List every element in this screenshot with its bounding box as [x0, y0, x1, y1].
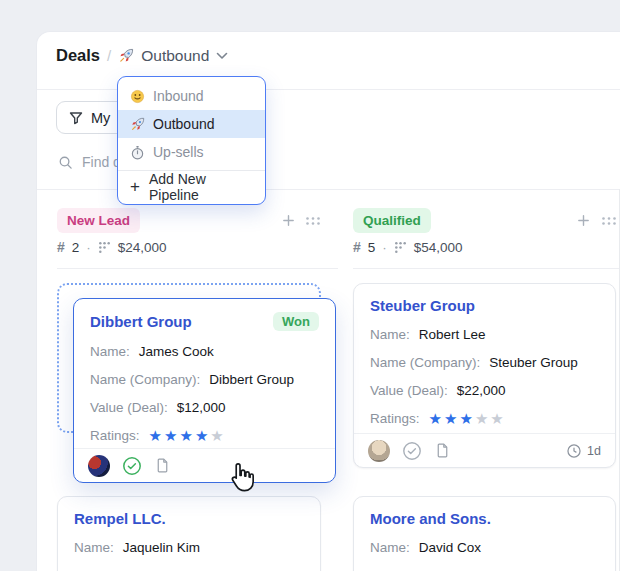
star-filled-icon: ★	[459, 411, 472, 426]
hash-icon: #	[353, 239, 361, 255]
task-check-icon[interactable]	[122, 456, 142, 476]
chevron-down-icon	[216, 52, 228, 60]
column-badge-qualified: Qualified	[353, 208, 431, 233]
field-value: David Cox	[419, 540, 481, 555]
deal-card-dibbert-group[interactable]: Dibbert Group Won Name:James Cook Name (…	[73, 298, 336, 483]
field-value: Jaquelin Kim	[123, 540, 200, 555]
column-amount: $54,000	[414, 240, 463, 255]
field-label: Name:	[74, 540, 114, 555]
field-label: Name:	[370, 327, 410, 342]
pipeline-name: Outbound	[141, 47, 209, 65]
add-new-pipeline-label: Add New Pipeline	[149, 171, 253, 203]
avatar	[368, 440, 390, 462]
field-value: James Cook	[139, 344, 214, 359]
dropdown-item-label: Up-sells	[153, 144, 204, 160]
last-activity: 1d	[566, 443, 601, 459]
field-value: Robert Lee	[419, 327, 486, 342]
add-new-pipeline-button[interactable]: + Add New Pipeline	[118, 171, 265, 202]
star-filled-icon: ★	[444, 411, 457, 426]
field-label: Name (Company):	[370, 355, 480, 370]
star-empty-icon: ★	[210, 428, 223, 443]
card-footer	[74, 448, 335, 482]
breadcrumb: Deals / Outbound	[56, 46, 228, 65]
value-sum-icon	[98, 241, 111, 254]
field-value: $12,000	[177, 400, 226, 415]
column-stats: # 2 · $24,000	[57, 239, 167, 255]
dot-separator: ·	[86, 240, 91, 255]
field-label: Name:	[90, 344, 130, 359]
search-placeholder: Find d	[82, 154, 121, 170]
dot-separator: ·	[382, 240, 387, 255]
star-empty-icon: ★	[475, 411, 488, 426]
my-filter-label: My	[91, 110, 110, 126]
field-value: $22,000	[457, 383, 506, 398]
star-filled-icon: ★	[429, 411, 442, 426]
field-label: Name:	[370, 540, 410, 555]
page-title: Deals	[56, 46, 100, 65]
pipeline-dropdown: Inbound Outbound Up-sells + Add New Pipe…	[117, 76, 266, 205]
column-menu-icon[interactable]	[305, 216, 321, 226]
dropdown-item-outbound[interactable]: Outbound	[118, 110, 265, 138]
field-value: Steuber Group	[489, 355, 578, 370]
plus-icon: +	[130, 178, 140, 195]
smiley-icon	[130, 89, 145, 104]
column-divider	[57, 268, 338, 269]
pipeline-selector[interactable]: Outbound	[118, 47, 228, 65]
note-document-icon[interactable]	[434, 441, 451, 460]
deal-card-rempel-llc[interactable]: Rempel LLC. Name:Jaquelin Kim Name (Comp…	[57, 496, 321, 571]
card-count: 5	[368, 240, 376, 255]
field-label: Name (Company):	[90, 372, 200, 387]
dropdown-item-label: Outbound	[153, 116, 215, 132]
deal-card-moore-and-sons[interactable]: Moore and Sons. Name:David Cox Name (Com…	[353, 496, 616, 571]
field-value: Dibbert Group	[209, 372, 294, 387]
value-sum-icon	[394, 241, 407, 254]
field-label: Ratings:	[90, 428, 140, 443]
rating-stars[interactable]: ★★★★★	[149, 428, 224, 443]
deal-title-link[interactable]: Rempel LLC.	[74, 510, 166, 527]
deal-title-link[interactable]: Dibbert Group	[90, 313, 192, 330]
column-divider	[353, 268, 619, 269]
deal-title-link[interactable]: Moore and Sons.	[370, 510, 491, 527]
field-label: Ratings:	[370, 411, 420, 426]
stopwatch-icon	[130, 145, 145, 160]
filter-funnel-icon	[69, 111, 83, 125]
star-empty-icon: ★	[490, 411, 503, 426]
field-label: Value (Deal):	[90, 400, 168, 415]
rocket-icon	[130, 117, 145, 132]
star-filled-icon: ★	[164, 428, 177, 443]
note-document-icon[interactable]	[154, 456, 171, 475]
status-badge-won: Won	[273, 312, 319, 331]
column-menu-icon[interactable]	[601, 216, 617, 226]
column-amount: $24,000	[118, 240, 167, 255]
rocket-icon	[118, 48, 134, 64]
add-card-button[interactable]	[281, 213, 296, 228]
timestamp: 1d	[587, 444, 601, 458]
dropdown-item-inbound[interactable]: Inbound	[118, 82, 265, 110]
card-count: 2	[72, 240, 80, 255]
search-input[interactable]: Find d	[58, 154, 121, 170]
clock-icon	[566, 443, 582, 459]
card-footer: 1d	[354, 433, 615, 467]
search-icon	[58, 155, 73, 170]
star-filled-icon: ★	[195, 428, 208, 443]
breadcrumb-separator: /	[107, 47, 111, 64]
task-check-icon[interactable]	[402, 441, 422, 461]
rating-stars[interactable]: ★★★★★	[429, 411, 504, 426]
deal-title-link[interactable]: Steuber Group	[370, 297, 475, 314]
column-stats: # 5 · $54,000	[353, 239, 463, 255]
hash-icon: #	[57, 239, 65, 255]
deals-board-screen: Deals / Outbound	[0, 0, 620, 571]
dropdown-item-up-sells[interactable]: Up-sells	[118, 138, 265, 166]
hand-cursor	[229, 462, 256, 494]
star-filled-icon: ★	[149, 428, 162, 443]
avatar	[88, 455, 110, 477]
add-card-button[interactable]	[576, 213, 591, 228]
dropdown-item-label: Inbound	[153, 88, 204, 104]
deal-card-steuber-group[interactable]: Steuber Group Name:Robert Lee Name (Comp…	[353, 283, 616, 468]
column-badge-new-lead: New Lead	[57, 208, 140, 233]
star-filled-icon: ★	[179, 428, 192, 443]
field-label: Value (Deal):	[370, 383, 448, 398]
